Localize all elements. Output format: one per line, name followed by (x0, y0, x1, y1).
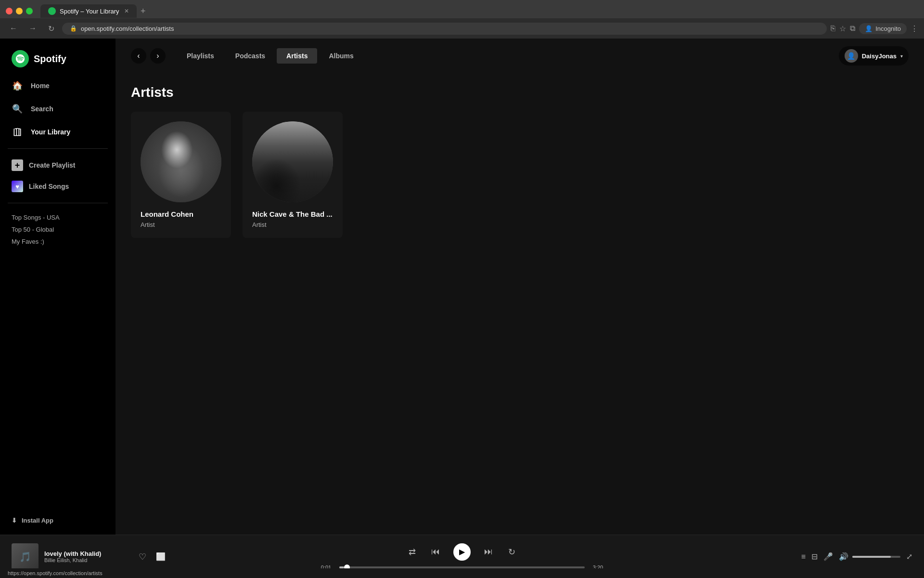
sidebar-item-library[interactable]: Your Library (4, 121, 112, 143)
app-layout: Spotify 🏠 Home 🔍 Search Your Library (0, 39, 924, 539)
now-playing-info: lovely (with Khalid) Billie Eilish, Khal… (44, 550, 129, 563)
artist-card-1[interactable]: Nick Cave & The Bad ... Artist (243, 112, 343, 238)
status-url: https://open.spotify.com/collection/arti… (8, 570, 103, 576)
tab-close-button[interactable]: ✕ (124, 8, 129, 14)
back-nav-arrow[interactable]: ‹ (131, 48, 146, 64)
play-pause-button[interactable]: ▶ (453, 543, 471, 561)
tab-favicon (48, 7, 56, 15)
address-bar[interactable]: 🔒 open.spotify.com/collection/artists (62, 23, 827, 35)
tab-artists[interactable]: Artists (277, 48, 317, 64)
incognito-icon: 👤 (865, 25, 873, 32)
sidebar-divider-1 (8, 148, 108, 149)
window-controls (6, 8, 33, 14)
artist-type-1: Artist (252, 221, 333, 228)
incognito-badge[interactable]: 👤 Incognito (859, 23, 907, 34)
spotify-logo-icon (12, 50, 29, 67)
user-name-label: DaisyJonas (862, 53, 897, 60)
sidebar-item-search[interactable]: 🔍 Search (4, 98, 112, 119)
fullscreen-icon[interactable]: ⤢ (906, 552, 912, 561)
forward-nav-arrow[interactable]: › (150, 48, 166, 64)
forward-button[interactable]: → (25, 22, 40, 35)
volume-container: 🔊 (839, 552, 900, 561)
create-playlist-label: Create Playlist (29, 161, 76, 169)
sidebar: Spotify 🏠 Home 🔍 Search Your Library (0, 39, 116, 539)
browser-tab[interactable]: Spotify – Your Library ✕ (40, 4, 137, 18)
minimize-window-dot[interactable] (16, 8, 23, 14)
artist-photo-nick (252, 121, 333, 202)
artists-content: Artists Leonard Cohen Artist Nick Cave &… (116, 73, 924, 250)
volume-track[interactable] (852, 556, 900, 558)
playlist-item-1[interactable]: Top 50 - Global (12, 225, 104, 234)
artist-photo-leonard (141, 121, 221, 202)
liked-songs-label: Liked Songs (29, 183, 69, 190)
artist-image-1 (252, 121, 333, 202)
picture-in-picture-button[interactable]: ⬜ (156, 552, 166, 561)
browser-chrome: Spotify – Your Library ✕ + ← → ↻ 🔒 open.… (0, 0, 924, 39)
artist-name-0: Leonard Cohen (141, 210, 221, 218)
lyrics-icon[interactable]: 🎤 (823, 552, 833, 561)
tab-podcasts[interactable]: Podcasts (226, 48, 275, 64)
user-profile-button[interactable]: 👤 DaisyJonas ▾ (839, 46, 909, 66)
liked-songs-icon: ♥ (12, 181, 23, 192)
artist-grid: Leonard Cohen Artist Nick Cave & The Bad… (131, 112, 901, 238)
player-right-controls: ≡ ⊟ 🎤 🔊 ⤢ (758, 552, 912, 561)
next-button[interactable]: ⏭ (482, 545, 495, 559)
player-controls: ⇄ ⏮ ▶ ⏭ ↻ 0:01 3:20 (166, 543, 758, 570)
sidebar-bottom: ⬇ Install App (0, 509, 116, 532)
like-button[interactable]: ♡ (139, 552, 146, 562)
url-text: open.spotify.com/collection/artists (81, 25, 174, 32)
search-icon: 🔍 (12, 103, 23, 115)
top-nav: ‹ › Playlists Podcasts Artists Albums 👤 … (116, 39, 924, 73)
playlist-item-2[interactable]: My Faves :) (12, 237, 104, 246)
artist-image-0 (141, 121, 221, 202)
spotify-wordmark: Spotify (34, 53, 66, 65)
sidebar-toggle-icon[interactable]: ⧉ (850, 24, 855, 33)
track-artist: Billie Eilish, Khalid (44, 557, 129, 563)
page-title: Artists (131, 85, 909, 100)
main-content: ‹ › Playlists Podcasts Artists Albums 👤 … (116, 39, 924, 539)
bookmark-icon[interactable]: ☆ (839, 24, 846, 33)
sidebar-home-label: Home (31, 82, 50, 90)
sidebar-logo[interactable]: Spotify (0, 46, 116, 75)
progress-track[interactable] (339, 566, 585, 568)
refresh-button[interactable]: ↻ (44, 22, 58, 35)
ssl-lock-icon: 🔒 (70, 25, 77, 32)
maximize-window-dot[interactable] (26, 8, 33, 14)
home-icon: 🏠 (12, 80, 23, 92)
progress-fill (339, 566, 344, 568)
sidebar-divider-2 (8, 203, 108, 203)
volume-icon[interactable]: 🔊 (839, 552, 848, 561)
artist-card-0[interactable]: Leonard Cohen Artist (131, 112, 231, 238)
shuffle-button[interactable]: ⇄ (407, 545, 418, 559)
tab-albums[interactable]: Albums (319, 48, 363, 64)
back-button[interactable]: ← (6, 22, 21, 35)
incognito-label: Incognito (875, 25, 901, 32)
sidebar-create-playlist[interactable]: + Create Playlist (4, 155, 112, 176)
now-playing: 🎵 lovely (with Khalid) Billie Eilish, Kh… (12, 543, 166, 570)
playlist-item-0[interactable]: Top Songs - USA (12, 213, 104, 222)
browser-actions: ⎘ ☆ ⧉ 👤 Incognito ⋮ (831, 23, 918, 34)
player-buttons: ⇄ ⏮ ▶ ⏭ ↻ (407, 543, 517, 561)
volume-fill (852, 556, 891, 558)
sidebar-library-label: Your Library (31, 128, 70, 136)
sidebar-item-home[interactable]: 🏠 Home (4, 75, 112, 96)
tab-playlists[interactable]: Playlists (177, 48, 224, 64)
sidebar-search-label: Search (31, 105, 53, 113)
close-window-dot[interactable] (6, 8, 13, 14)
track-name: lovely (with Khalid) (44, 550, 129, 557)
new-tab-button[interactable]: + (141, 6, 146, 16)
connect-device-icon[interactable]: ⊟ (811, 552, 818, 561)
status-bar: https://open.spotify.com/collection/arti… (0, 568, 924, 578)
repeat-button[interactable]: ↻ (506, 545, 517, 559)
browser-menu-icon[interactable]: ⋮ (911, 24, 918, 33)
tab-bar: Spotify – Your Library ✕ + (0, 0, 924, 18)
chevron-down-icon: ▾ (900, 53, 903, 59)
sidebar-nav: 🏠 Home 🔍 Search Your Library (0, 75, 116, 143)
previous-button[interactable]: ⏮ (429, 545, 442, 559)
artist-name-1: Nick Cave & The Bad ... (252, 210, 333, 218)
queue-icon[interactable]: ≡ (801, 552, 806, 561)
install-app-button[interactable]: ⬇ Install App (12, 517, 104, 524)
tab-title: Spotify – Your Library (60, 8, 119, 15)
nav-tabs: Playlists Podcasts Artists Albums (177, 48, 363, 64)
sidebar-liked-songs[interactable]: ♥ Liked Songs (4, 176, 112, 197)
